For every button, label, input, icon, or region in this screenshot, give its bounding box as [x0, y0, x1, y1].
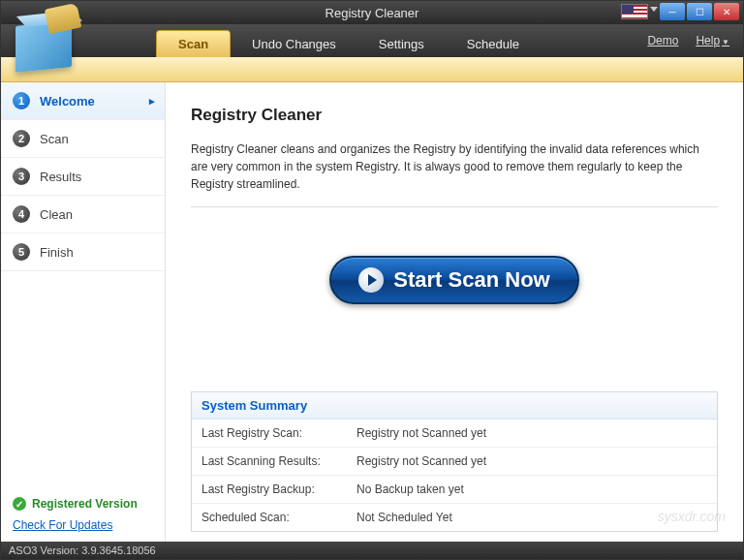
summary-value: Registry not Scanned yet — [356, 426, 486, 440]
sidebar-item-finish[interactable]: 5 Finish — [1, 233, 165, 271]
summary-value: Not Scheduled Yet — [356, 511, 452, 524]
sidebar: 1 Welcome 2 Scan 3 Results 4 Clean 5 Fin… — [1, 82, 166, 542]
sidebar-item-clean[interactable]: 4 Clean — [1, 196, 165, 233]
step-number-icon: 4 — [13, 205, 30, 223]
check-icon: ✓ — [13, 497, 26, 511]
step-number-icon: 3 — [13, 168, 30, 185]
summary-label: Last Registry Backup: — [202, 482, 356, 496]
page-title: Registry Cleaner — [191, 106, 718, 125]
sidebar-item-scan[interactable]: 2 Scan — [1, 120, 165, 158]
language-flag-icon[interactable] — [621, 4, 648, 19]
menu-tabs: Scan Undo Changes Settings Schedule — [156, 24, 541, 57]
system-summary-panel: System Summary Last Registry Scan: Regis… — [191, 391, 718, 532]
summary-label: Scheduled Scan: — [202, 511, 356, 524]
sidebar-item-label: Results — [40, 170, 81, 184]
window-title: Registry Cleaner — [326, 6, 419, 20]
sidebar-item-label: Welcome — [40, 94, 95, 109]
step-number-icon: 2 — [13, 130, 30, 147]
sidebar-item-label: Scan — [40, 132, 69, 146]
demo-link[interactable]: Demo — [647, 34, 678, 47]
close-button[interactable]: ✕ — [714, 3, 739, 20]
tab-settings[interactable]: Settings — [357, 30, 446, 57]
sidebar-item-label: Clean — [40, 207, 73, 222]
sidebar-item-results[interactable]: 3 Results — [1, 158, 165, 196]
help-link[interactable]: Help▼ — [696, 34, 729, 47]
version-label: ASO3 Version: 3.9.3645.18056 — [9, 544, 156, 556]
summary-row: Last Scanning Results: Registry not Scan… — [192, 448, 717, 476]
summary-row: Scheduled Scan: Not Scheduled Yet — [192, 504, 717, 531]
registered-version-label: ✓ Registered Version — [13, 497, 153, 511]
divider — [191, 206, 718, 207]
main-panel: Registry Cleaner Registry Cleaner cleans… — [166, 82, 743, 542]
summary-row: Last Registry Scan: Registry not Scanned… — [192, 420, 717, 448]
summary-header: System Summary — [192, 392, 717, 420]
step-number-icon: 5 — [13, 243, 30, 261]
summary-label: Last Registry Scan: — [202, 426, 356, 440]
statusbar: ASO3 Version: 3.9.3645.18056 — [1, 542, 743, 559]
summary-value: Registry not Scanned yet — [356, 454, 486, 468]
tab-schedule[interactable]: Schedule — [446, 30, 541, 57]
tab-undo-changes[interactable]: Undo Changes — [231, 30, 357, 57]
start-scan-label: Start Scan Now — [393, 267, 549, 293]
minimize-button[interactable]: ─ — [660, 3, 685, 20]
window-controls: ─ ☐ ✕ — [660, 3, 739, 20]
menubar: aso Scan Undo Changes Settings Schedule … — [1, 24, 743, 57]
start-scan-button[interactable]: Start Scan Now — [329, 256, 578, 304]
play-icon — [358, 267, 384, 293]
app-logo-icon — [10, 6, 85, 76]
titlebar: Registry Cleaner ─ ☐ ✕ — [1, 1, 743, 24]
summary-label: Last Scanning Results: — [202, 454, 356, 468]
language-dropdown-icon[interactable] — [650, 7, 658, 12]
check-updates-link[interactable]: Check For Updates — [13, 518, 153, 532]
page-description: Registry Cleaner cleans and organizes th… — [191, 140, 718, 193]
tab-scan[interactable]: Scan — [156, 30, 231, 57]
maximize-button[interactable]: ☐ — [687, 3, 712, 20]
sidebar-item-label: Finish — [40, 245, 74, 260]
summary-value: No Backup taken yet — [356, 482, 464, 496]
step-number-icon: 1 — [13, 92, 30, 109]
toolbar-strip — [1, 57, 743, 82]
summary-row: Last Registry Backup: No Backup taken ye… — [192, 476, 717, 504]
sidebar-item-welcome[interactable]: 1 Welcome — [1, 82, 165, 120]
